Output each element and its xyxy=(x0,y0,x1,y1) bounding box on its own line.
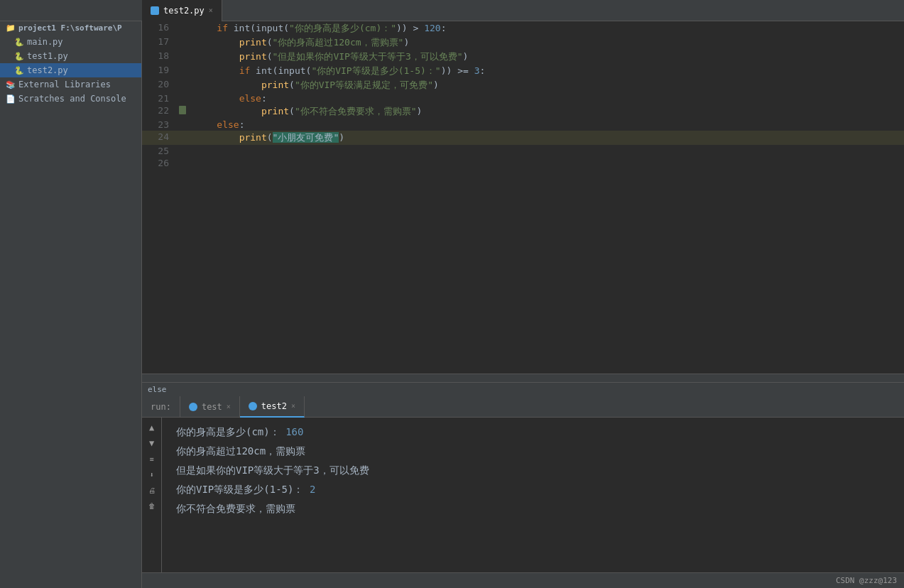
folder-icon: 📁 xyxy=(6,23,16,33)
line-number: 25 xyxy=(142,145,178,157)
code-line-19: 19 if int(input("你的VIP等级是多少(1-5)：")) >= … xyxy=(142,64,904,78)
python-file-icon xyxy=(151,6,159,15)
status-bar: CSDN @zzz@123 xyxy=(142,572,904,588)
line-content[interactable]: else: xyxy=(192,92,904,104)
code-line-17: 17 print("你的身高超过120cm，需购票") xyxy=(142,36,904,50)
line-number: 20 xyxy=(142,78,178,92)
line-gutter xyxy=(178,92,192,104)
output-line-1: 你的身高是多少(cm)： 160 xyxy=(176,425,890,440)
sidebar-item-project-root[interactable]: 📁 project1 F:\software\P xyxy=(0,21,141,35)
delete-button[interactable]: 🗑 xyxy=(145,499,159,513)
hint-text: else xyxy=(148,385,167,394)
python-icon-3: 🐍 xyxy=(14,66,24,75)
line-gutter xyxy=(178,78,192,92)
run-panel: run: test × test2 × ▲ ▼ xyxy=(142,396,904,588)
run-tab-test[interactable]: test × xyxy=(180,396,240,418)
line-content[interactable]: print("你的VIP等级满足规定，可免费") xyxy=(192,78,904,92)
tab-test2-py[interactable]: test2.py × xyxy=(142,0,222,21)
scroll-up-button[interactable]: ▲ xyxy=(145,420,159,435)
scroll-down-button[interactable]: ▼ xyxy=(145,436,159,450)
run-controls: ▲ ▼ ≡ ⬇ 🖨 🗑 xyxy=(142,418,162,572)
line-gutter xyxy=(178,131,192,145)
output-line-5: 你不符合免费要求，需购票 xyxy=(176,501,890,516)
python-icon: 🐍 xyxy=(14,38,24,47)
code-editor[interactable]: 16 if int(input("你的身高是多少(cm)：")) > 120: … xyxy=(142,21,904,396)
align-button[interactable]: ≡ xyxy=(145,452,159,466)
code-line-20: 20 print("你的VIP等级满足规定，可免费") xyxy=(142,78,904,92)
output-value-1: 160 xyxy=(285,426,303,437)
output-line-4: 你的VIP等级是多少(1-5)： 2 xyxy=(176,482,890,497)
sidebar-label-test1-py: test1.py xyxy=(27,51,68,61)
line-number: 17 xyxy=(142,36,178,50)
tab-close-button[interactable]: × xyxy=(209,6,213,14)
sidebar-item-test2-py[interactable]: 🐍 test2.py xyxy=(0,63,141,77)
console-output: 你的身高是多少(cm)： 160 你的身高超过120cm，需购票 但是如果你的V… xyxy=(162,418,904,572)
horizontal-scrollbar[interactable] xyxy=(142,374,904,382)
output-text-5: 你不符合免费要求，需购票 xyxy=(176,503,295,514)
project-root-label: project1 F:\software\P xyxy=(18,23,122,33)
code-line-18: 18 print("但是如果你的VIP等级大于等于3，可以免费") xyxy=(142,50,904,64)
code-line-16: 16 if int(input("你的身高是多少(cm)：")) > 120: xyxy=(142,21,904,36)
sidebar-item-scratches[interactable]: 📄 Scratches and Console xyxy=(0,92,141,106)
line-number: 21 xyxy=(142,92,178,104)
output-text-3: 但是如果你的VIP等级大于等于3，可以免费 xyxy=(176,464,369,476)
line-number: 22 xyxy=(142,104,178,119)
line-content[interactable]: if int(input("你的身高是多少(cm)：")) > 120: xyxy=(192,21,904,36)
line-gutter xyxy=(178,64,192,78)
line-content[interactable]: if int(input("你的VIP等级是多少(1-5)：")) >= 3: xyxy=(192,64,904,78)
line-gutter xyxy=(178,119,192,131)
output-value-4: 2 xyxy=(310,484,315,495)
status-credit: CSDN @zzz@123 xyxy=(836,576,897,585)
svg-rect-0 xyxy=(179,106,186,114)
external-libs-icon: 📚 xyxy=(6,80,16,89)
code-line-22: 22 print("你不符合免费要求，需购票") xyxy=(142,104,904,119)
code-table: 16 if int(input("你的身高是多少(cm)：")) > 120: … xyxy=(142,21,904,169)
project-sidebar: 📁 project1 F:\software\P 🐍 main.py 🐍 tes… xyxy=(0,21,142,588)
python-icon-2: 🐍 xyxy=(14,52,24,61)
code-line-23: 23 else: xyxy=(142,119,904,131)
run-tab-test-icon xyxy=(189,403,197,411)
code-line-24: 24 print("小朋友可免费") xyxy=(142,131,904,145)
run-tab-test2[interactable]: test2 × xyxy=(240,396,305,418)
line-content[interactable]: print("你的身高超过120cm，需购票") xyxy=(192,36,904,50)
code-line-26: 26 xyxy=(142,157,904,169)
sidebar-item-main-py[interactable]: 🐍 main.py xyxy=(0,35,141,49)
code-line-25: 25 xyxy=(142,145,904,157)
line-number: 24 xyxy=(142,131,178,145)
code-line-21: 21 else: xyxy=(142,92,904,104)
run-tab-test2-close[interactable]: × xyxy=(291,402,295,410)
line-number: 26 xyxy=(142,157,178,169)
line-gutter xyxy=(178,145,192,157)
align-bottom-button[interactable]: ⬇ xyxy=(145,467,159,481)
line-number: 23 xyxy=(142,119,178,131)
output-text-2: 你的身高超过120cm，需购票 xyxy=(176,445,305,457)
line-gutter xyxy=(178,21,192,36)
output-line-3: 但是如果你的VIP等级大于等于3，可以免费 xyxy=(176,463,890,478)
scratches-icon: 📄 xyxy=(6,94,16,104)
run-tab-test-close[interactable]: × xyxy=(227,403,231,410)
run-tab-run[interactable]: run: xyxy=(142,396,180,418)
line-content[interactable]: else: xyxy=(192,119,904,131)
sidebar-item-external-libs[interactable]: 📚 External Libraries xyxy=(0,77,141,92)
line-content[interactable]: print("你不符合免费要求，需购票") xyxy=(192,104,904,119)
editor-tab-bar: test2.py × xyxy=(0,0,904,21)
line-content[interactable]: print("小朋友可免费") xyxy=(192,131,904,145)
main-layout: 📁 project1 F:\software\P 🐍 main.py 🐍 tes… xyxy=(0,21,904,588)
line-gutter xyxy=(178,157,192,169)
code-content: 16 if int(input("你的身高是多少(cm)：")) > 120: … xyxy=(142,21,904,374)
line-content[interactable] xyxy=(192,157,904,169)
line-gutter xyxy=(178,36,192,50)
sidebar-label-external-libs: External Libraries xyxy=(18,80,111,89)
output-text-4: 你的VIP等级是多少(1-5)： xyxy=(176,484,303,495)
line-gutter xyxy=(178,104,192,119)
line-number: 18 xyxy=(142,50,178,64)
line-number: 19 xyxy=(142,64,178,78)
line-content[interactable] xyxy=(192,145,904,157)
print-button[interactable]: 🖨 xyxy=(145,483,159,497)
output-text-1: 你的身高是多少(cm)： xyxy=(176,426,280,437)
output-line-2: 你的身高超过120cm，需购票 xyxy=(176,444,890,459)
run-tab-test-label: test xyxy=(202,402,222,412)
hint-bar: else xyxy=(142,382,904,396)
line-content[interactable]: print("但是如果你的VIP等级大于等于3，可以免费") xyxy=(192,50,904,64)
sidebar-item-test1-py[interactable]: 🐍 test1.py xyxy=(0,49,141,63)
